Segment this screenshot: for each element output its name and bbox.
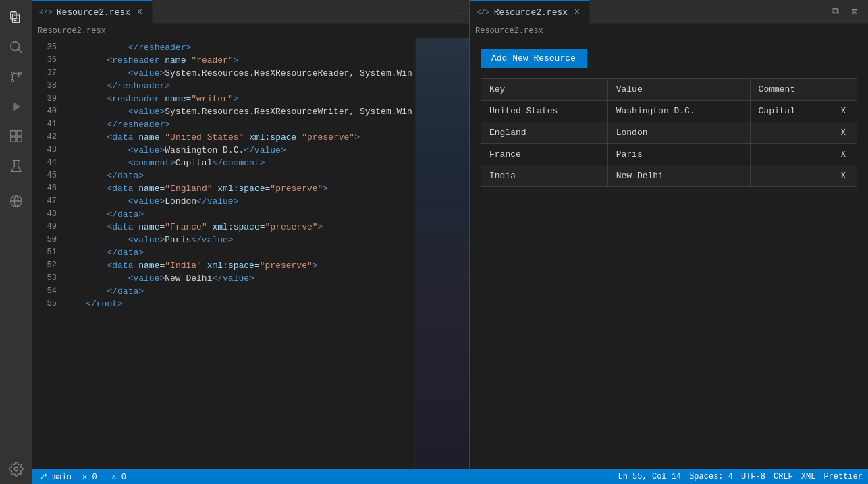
- indent-token: [65, 68, 128, 78]
- settings-icon[interactable]: [4, 460, 28, 484]
- editor-area: </> Resource2.resx × … Resource2.resx 35: [32, 0, 868, 484]
- xml-text-token: London: [165, 196, 196, 207]
- split-editor-icon[interactable]: ⧉: [828, 3, 844, 20]
- delete-row-button[interactable]: X: [838, 127, 848, 139]
- xml-text-token: =: [260, 222, 265, 232]
- left-tab-resource2[interactable]: </> Resource2.resx ×: [32, 0, 153, 24]
- left-tab-label: Resource2.resx: [57, 7, 130, 18]
- xml-tag-token: </value>: [191, 235, 233, 245]
- close-editor-icon[interactable]: ⊠: [846, 3, 863, 20]
- delete-row-button[interactable]: X: [838, 105, 848, 117]
- table-cell-delete: X: [830, 144, 857, 165]
- xml-tag-token: </data>: [107, 209, 144, 219]
- xml-text-token: Washington D.C.: [165, 145, 244, 155]
- xml-text-token: [244, 132, 249, 142]
- xml-tag-token: </value>: [212, 273, 254, 284]
- xml-attr-token: xml:space: [213, 222, 260, 232]
- xml-file-icon-right: </>: [477, 8, 490, 16]
- line-content: </data>: [65, 246, 410, 259]
- xml-attr-token: name: [138, 261, 159, 271]
- right-tab-icons: ⧉ ⊠: [828, 0, 868, 23]
- xml-value-token: "reader": [191, 55, 233, 65]
- xml-tag-token: </data>: [107, 286, 144, 296]
- xml-tag-token: <data: [107, 222, 133, 232]
- table-cell-key[interactable]: England: [481, 122, 608, 144]
- line-content: </data>: [65, 285, 410, 298]
- xml-value-token: "preserve": [265, 222, 318, 232]
- right-tab-resource2[interactable]: </> Resource2.resx ×: [470, 0, 590, 24]
- table-row: IndiaNew DelhiX: [481, 165, 857, 187]
- right-tab-close[interactable]: ×: [572, 7, 582, 18]
- xml-text-token: Capital: [175, 158, 213, 168]
- xml-tag-token: <value>: [128, 68, 165, 78]
- status-spaces[interactable]: Spaces: 4: [689, 472, 733, 481]
- line-number: 41: [32, 118, 65, 131]
- indent-token: [65, 261, 107, 271]
- line-content: <resheader name="reader">: [65, 54, 410, 67]
- line-content: <resheader name="writer">: [65, 92, 410, 105]
- table-cell-key[interactable]: United States: [481, 101, 608, 122]
- status-cursor[interactable]: Ln 55, Col 14: [618, 472, 682, 481]
- xml-tag-token: <value>: [128, 273, 165, 284]
- xml-tag-token: </resheader>: [107, 81, 170, 91]
- code-line: 42 <data name="United States" xml:space=…: [32, 131, 415, 144]
- indent-token: [65, 196, 128, 207]
- xml-tag-token: >: [323, 184, 328, 194]
- delete-row-button[interactable]: X: [838, 149, 848, 161]
- delete-row-button[interactable]: X: [838, 170, 848, 182]
- xml-attr-token: xml:space: [249, 132, 296, 142]
- xml-text-token: System.Resources.ResXResourceReader, Sys…: [165, 68, 412, 78]
- right-tab-label: Resource2.resx: [494, 7, 568, 18]
- table-cell-comment[interactable]: [750, 144, 830, 165]
- add-resource-button[interactable]: Add New Resource: [481, 49, 587, 68]
- line-content: <value>Paris</value>: [65, 234, 410, 246]
- xml-value-token: "France": [165, 222, 207, 232]
- status-errors[interactable]: ✕ 0 ⚠ 0: [82, 472, 126, 482]
- code-line: 40 <value>System.Resources.ResXResourceW…: [32, 105, 415, 118]
- indent-token: [65, 107, 128, 117]
- status-language[interactable]: XML: [801, 472, 816, 481]
- table-cell-value[interactable]: Paris: [607, 144, 750, 165]
- test-icon[interactable]: [4, 154, 28, 178]
- table-cell-value[interactable]: Washington D.C.: [607, 101, 750, 122]
- run-debug-icon[interactable]: [4, 95, 28, 119]
- status-branch[interactable]: ⎇ main: [38, 472, 72, 482]
- left-tab-close[interactable]: ×: [134, 7, 145, 18]
- xml-value-token: "preserve": [270, 184, 323, 194]
- line-number: 53: [32, 272, 65, 285]
- status-formatter[interactable]: Prettier: [823, 472, 863, 481]
- xml-text-token: New Delhi: [165, 273, 212, 284]
- table-cell-value[interactable]: New Delhi: [607, 165, 750, 187]
- table-cell-comment[interactable]: [750, 165, 830, 187]
- line-number: 45: [32, 169, 65, 182]
- xml-tag-token: >: [234, 94, 239, 104]
- left-tab-more[interactable]: …: [450, 0, 469, 23]
- app-container: </> Resource2.resx × … Resource2.resx 35: [0, 0, 868, 484]
- table-cell-comment[interactable]: Capital: [750, 101, 830, 122]
- source-control-icon[interactable]: [4, 65, 28, 89]
- line-content: <comment>Capital</comment>: [65, 157, 410, 169]
- line-number: 46: [32, 182, 65, 195]
- extensions-icon[interactable]: [4, 124, 28, 149]
- explorer-icon[interactable]: [4, 5, 28, 30]
- table-row: FranceParisX: [481, 144, 857, 165]
- line-content: <value>Washington D.C.</value>: [65, 144, 410, 157]
- table-cell-key[interactable]: India: [481, 165, 608, 187]
- search-icon[interactable]: [4, 35, 28, 59]
- xml-text-token: [202, 261, 207, 271]
- line-number: 35: [32, 41, 65, 54]
- indent-token: [65, 119, 107, 130]
- line-content: </resheader>: [65, 118, 410, 131]
- table-cell-comment[interactable]: [750, 122, 830, 144]
- code-line: 43 <value>Washington D.C.</value>: [32, 144, 415, 157]
- status-encoding[interactable]: UTF-8: [741, 472, 765, 481]
- remote-icon[interactable]: [4, 189, 28, 213]
- left-editor-pane: </> Resource2.resx × … Resource2.resx 35: [32, 0, 470, 469]
- table-cell-value[interactable]: London: [607, 122, 750, 144]
- status-eol[interactable]: CRLF: [774, 472, 793, 481]
- xml-tag-token: <value>: [128, 235, 165, 245]
- table-cell-key[interactable]: France: [481, 144, 608, 165]
- code-editor[interactable]: 35 </resheader>36 <resheader name="reade…: [32, 38, 415, 469]
- status-right: Ln 55, Col 14 Spaces: 4 UTF-8 CRLF XML P…: [618, 472, 863, 481]
- indent-token: [65, 171, 107, 181]
